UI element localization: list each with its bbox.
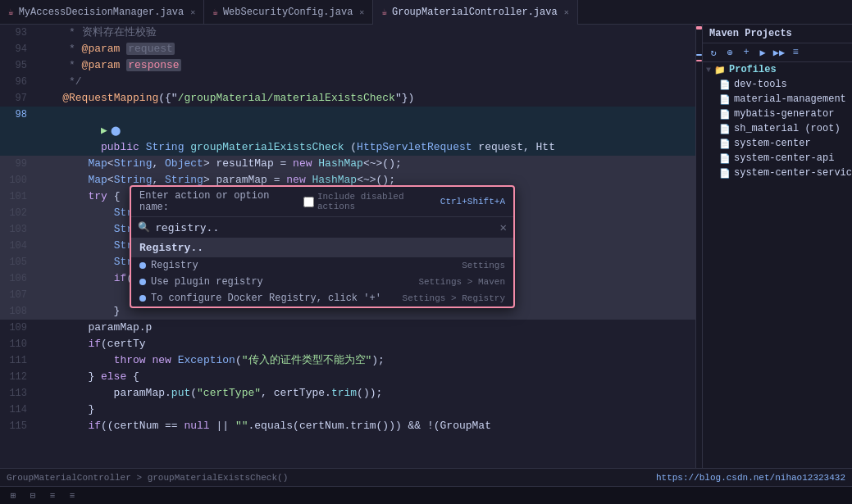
result-dot: [139, 295, 146, 302]
tree-item-mybatis-generator[interactable]: 📄 mybatis-generator: [703, 107, 852, 121]
popup-result-docker[interactable]: To configure Docker Registry, click '+' …: [131, 290, 513, 306]
bottom-icon-3[interactable]: ≡: [46, 489, 59, 502]
popup-header-label: Enter action or option name:: [139, 190, 297, 213]
popup-result-use-plugin[interactable]: Use plugin registry Settings > Maven: [131, 274, 513, 290]
java-icon: ☕: [8, 7, 14, 17]
maven-panel-title: Maven Projects: [703, 25, 852, 43]
table-row: 96 */: [0, 74, 695, 90]
result-label: To configure Docker Registry, click '+': [151, 293, 381, 304]
close-icon[interactable]: ✕: [564, 7, 569, 17]
tree-item-label: sh_material (root): [734, 123, 841, 134]
tree-item-label: system-center-service: [734, 167, 852, 179]
tab-label: MyAccessDecisionManager.java: [19, 7, 185, 18]
result-dot: [139, 279, 146, 285]
minimap-bar-2: [696, 54, 702, 56]
tree-item-system-center-service[interactable]: 📄 system-center-service: [703, 166, 852, 180]
tree-item-label: dev-tools: [734, 79, 787, 90]
close-icon[interactable]: ✕: [190, 7, 195, 17]
project-icon: 📄: [719, 94, 731, 105]
java-icon: ☕: [212, 7, 218, 17]
maven-refresh-btn[interactable]: ↻: [706, 45, 721, 60]
tab-my-access[interactable]: ☕ MyAccessDecisionManager.java ✕: [0, 0, 204, 25]
table-row: 115 if((certNum == null || "".equals(cer…: [0, 418, 695, 434]
result-location: Settings: [462, 261, 505, 270]
table-row: 111 throw new Exception("传入的证件类型不能为空");: [0, 352, 695, 369]
maven-run-all-btn[interactable]: ▶▶: [772, 45, 786, 60]
table-row: 110 if(certTy: [0, 336, 695, 352]
table-row: 98 ▶⬤ public String groupMaterialExistsC…: [0, 107, 695, 156]
table-row: 94 * @param request: [0, 41, 695, 57]
table-row: 93 * 资料存在性校验: [0, 25, 695, 41]
include-disabled-checkbox[interactable]: [303, 197, 314, 207]
expand-arrow-icon: ▼: [706, 66, 711, 75]
table-row: 109 paramMap.p: [0, 320, 695, 336]
maven-add-btn[interactable]: +: [739, 45, 754, 60]
popup-result-highlighted[interactable]: Registry..: [131, 238, 513, 257]
status-bar-url: https://blog.csdn.net/nihao12323432: [656, 473, 845, 483]
result-location: Settings > Registry: [403, 293, 505, 303]
result-label: Registry..: [139, 242, 203, 254]
code-editor[interactable]: 93 * 资料存在性校验 94 * @param request 95 * @p…: [0, 25, 695, 468]
maven-toolbar: ↻ ⊕ + ▶ ▶▶ ≡: [703, 43, 852, 62]
project-icon: 📄: [719, 153, 731, 164]
action-popup: Enter action or option name: Include dis…: [130, 185, 515, 308]
tree-item-label: system-center: [734, 138, 811, 149]
bottom-icon-1[interactable]: ⊞: [7, 489, 20, 502]
popup-search-bar[interactable]: 🔍 ✕: [131, 217, 513, 238]
maven-settings-btn[interactable]: ≡: [788, 45, 803, 60]
project-icon: 📄: [719, 109, 731, 120]
result-location: Settings > Maven: [418, 277, 505, 287]
popup-include-disabled[interactable]: Include disabled actions Ctrl+Shift+A: [303, 192, 505, 211]
action-search-input[interactable]: [155, 221, 495, 234]
tree-item-system-center[interactable]: 📄 system-center: [703, 136, 852, 151]
tab-label: WebSecurityConfig.java: [223, 7, 353, 18]
scroll-divider: [695, 25, 702, 468]
minimap-bar: [696, 26, 702, 30]
result-label: Use plugin registry: [151, 276, 263, 288]
table-row: 113 paramMap.put("certType", certType.tr…: [0, 385, 695, 402]
table-row: 112 } else {: [0, 369, 695, 385]
tree-item-sh-material[interactable]: 📄 sh_material (root): [703, 121, 852, 136]
search-icon: 🔍: [138, 221, 150, 234]
tree-item-label: mybatis-generator: [734, 108, 834, 120]
maven-panel: Maven Projects ↻ ⊕ + ▶ ▶▶ ≡ ▼ 📁 Profiles…: [702, 25, 852, 468]
popup-header: Enter action or option name: Include dis…: [131, 187, 513, 217]
bottom-toolbar: ⊞ ⊟ ≡ ≡: [0, 486, 852, 504]
project-icon: 📄: [719, 168, 731, 179]
status-bar: GroupMaterialController > groupMaterialE…: [0, 468, 852, 486]
table-row: 114 }: [0, 402, 695, 418]
maven-download-btn[interactable]: ⊕: [722, 45, 737, 60]
table-row: 97 @RequestMapping({"/groupMaterial/mate…: [0, 90, 695, 107]
breadcrumb: GroupMaterialController > groupMaterialE…: [7, 473, 288, 483]
tree-item-dev-tools[interactable]: 📄 dev-tools: [703, 77, 852, 92]
java-icon: ☕: [381, 7, 387, 17]
include-disabled-label: Include disabled actions: [317, 192, 437, 211]
tree-item-label: system-center-api: [734, 152, 834, 164]
folder-icon: 📁: [714, 65, 726, 75]
project-icon: 📄: [719, 79, 731, 90]
tree-item-material-management[interactable]: 📄 material-management: [703, 92, 852, 107]
tab-groupmaterial[interactable]: ☕ GroupMaterialController.java ✕: [373, 0, 577, 25]
clear-icon[interactable]: ✕: [500, 220, 507, 234]
tab-websecurity[interactable]: ☕ WebSecurityConfig.java ✕: [204, 0, 373, 25]
tree-item-label: Profiles: [729, 64, 777, 75]
project-icon: 📄: [719, 138, 731, 149]
maven-run-btn[interactable]: ▶: [755, 45, 770, 60]
popup-shortcut: Ctrl+Shift+A: [440, 197, 505, 207]
bottom-icon-4[interactable]: ≡: [66, 489, 79, 502]
table-row: 95 * @param response: [0, 57, 695, 74]
tree-item-label: material-management: [734, 93, 846, 105]
tab-bar: ☕ MyAccessDecisionManager.java ✕ ☕ WebSe…: [0, 0, 852, 25]
close-icon[interactable]: ✕: [359, 7, 364, 17]
popup-result-registry[interactable]: Registry Settings: [131, 257, 513, 274]
project-icon: 📄: [719, 124, 731, 134]
result-dot: [139, 262, 146, 269]
tab-label: GroupMaterialController.java: [392, 7, 558, 18]
main-container: 93 * 资料存在性校验 94 * @param request 95 * @p…: [0, 25, 852, 468]
tree-item-system-center-api[interactable]: 📄 system-center-api: [703, 151, 852, 166]
minimap-bar-3: [696, 60, 702, 61]
result-label: Registry: [151, 260, 198, 271]
bottom-icon-2[interactable]: ⊟: [26, 489, 39, 502]
table-row: 99 Map<String, Object> resultMap = new H…: [0, 156, 695, 172]
tree-item-profiles[interactable]: ▼ 📁 Profiles: [703, 62, 852, 77]
